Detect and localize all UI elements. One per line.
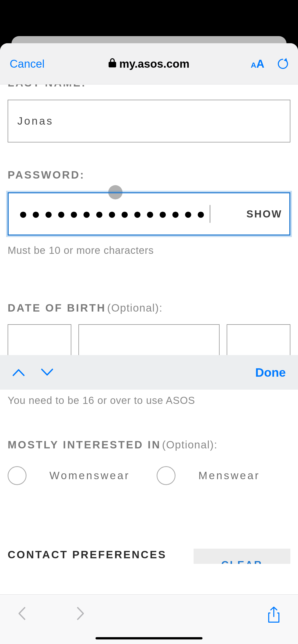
- text-size-button[interactable]: AA: [251, 57, 264, 70]
- menswear-option[interactable]: Menswear: [157, 466, 290, 485]
- age-hint: You need to be 16 or over to use ASOS: [8, 395, 290, 406]
- browser-sheet: Cancel my.asos.com AA LAST NAME: PASSWOR…: [0, 43, 298, 644]
- page-content-lower: You need to be 16 or over to use ASOS MO…: [0, 390, 298, 564]
- safari-bottom-toolbar: [0, 594, 298, 644]
- reload-button[interactable]: [277, 57, 288, 70]
- home-indicator[interactable]: [96, 637, 202, 639]
- dob-fields: [8, 324, 290, 355]
- contact-preferences-label: CONTACT PREFERENCES: [8, 549, 167, 561]
- dob-label: DATE OF BIRTH: [8, 302, 106, 314]
- womenswear-label: Womenswear: [49, 470, 130, 482]
- last-name-label: LAST NAME:: [8, 84, 290, 89]
- url-text: my.asos.com: [119, 57, 189, 70]
- interest-optional: (Optional):: [162, 439, 218, 451]
- show-password-button[interactable]: SHOW: [247, 208, 282, 220]
- share-button[interactable]: [267, 606, 281, 625]
- password-hint: Must be 10 or more characters: [8, 245, 290, 256]
- lock-icon: [109, 58, 116, 69]
- keyboard-accessory-bar: Done: [0, 355, 298, 390]
- page-content: LAST NAME: PASSWORD: ●●●●●●●●●●●●●●● SHO…: [0, 84, 298, 355]
- dob-optional: (Optional):: [107, 302, 163, 314]
- womenswear-option[interactable]: Womenswear: [8, 466, 141, 485]
- forward-button[interactable]: [76, 606, 85, 621]
- browser-toolbar: Cancel my.asos.com AA: [0, 43, 298, 84]
- radio-icon: [8, 466, 26, 485]
- radio-icon: [157, 466, 175, 485]
- next-field-button[interactable]: [41, 368, 53, 376]
- keyboard-done-button[interactable]: Done: [255, 365, 286, 379]
- clear-button[interactable]: CLEAR: [194, 549, 290, 564]
- interest-label: MOSTLY INTERESTED IN: [8, 439, 161, 451]
- clear-button-label: CLEAR: [221, 559, 263, 564]
- text-cursor: [210, 205, 210, 223]
- status-bar: [0, 0, 298, 36]
- menswear-label: Menswear: [198, 470, 260, 482]
- password-mask: ●●●●●●●●●●●●●●●: [19, 207, 209, 221]
- cancel-button[interactable]: Cancel: [10, 57, 45, 70]
- password-label: PASSWORD:: [8, 169, 290, 181]
- dob-day-select[interactable]: [8, 324, 71, 355]
- dob-month-select[interactable]: [78, 324, 220, 355]
- back-button[interactable]: [17, 606, 26, 621]
- last-name-field[interactable]: [8, 100, 290, 142]
- dob-year-select[interactable]: [227, 324, 290, 355]
- password-field[interactable]: ●●●●●●●●●●●●●●● SHOW: [8, 192, 290, 236]
- address-bar[interactable]: my.asos.com: [109, 57, 189, 70]
- prev-field-button[interactable]: [12, 368, 25, 376]
